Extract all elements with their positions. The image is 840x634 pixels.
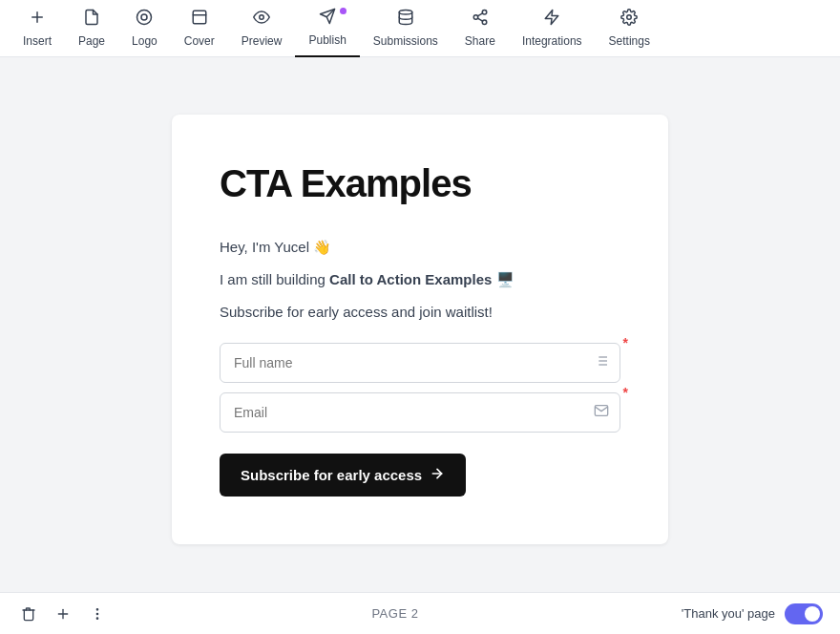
svg-marker-14 (545, 11, 558, 25)
toolbar-label-share: Share (465, 34, 495, 48)
more-button[interactable] (86, 602, 109, 625)
toolbar-label-logo: Logo (132, 34, 158, 48)
toolbar-item-settings[interactable]: Settings (596, 0, 663, 57)
page-subtitle: Subscribe for early access and join wait… (220, 301, 620, 324)
email-group: * (220, 392, 620, 433)
thank-you-label: 'Thank you' page (682, 606, 775, 621)
page-icon (83, 9, 100, 31)
toolbar-item-publish[interactable]: Publish (295, 0, 359, 57)
logo-icon (136, 9, 153, 31)
toolbar-item-submissions[interactable]: Submissions (360, 0, 452, 57)
intro-line2-bold: Call to Action Examples (329, 271, 492, 287)
svg-point-3 (141, 14, 147, 20)
submit-button-label: Subscribe for early access (241, 467, 422, 483)
email-input[interactable] (220, 392, 620, 433)
toolbar-item-insert[interactable]: Insert (10, 0, 65, 57)
svg-point-26 (96, 608, 97, 609)
toggle-slider (785, 603, 823, 624)
publish-icon (319, 8, 336, 30)
svg-point-8 (399, 11, 412, 15)
fullname-input[interactable] (220, 343, 620, 383)
toolbar-item-preview[interactable]: Preview (228, 0, 296, 57)
page-number-label: PAGE 2 (371, 606, 418, 621)
toolbar-label-page: Page (78, 34, 105, 48)
toolbar-label-preview: Preview (242, 34, 283, 48)
page-title: CTA Examples (220, 162, 620, 205)
toolbar-item-logo[interactable]: Logo (118, 0, 171, 57)
bottom-actions (17, 602, 109, 625)
thank-you-toggle-group: 'Thank you' page (682, 603, 823, 624)
toolbar-label-cover: Cover (184, 34, 215, 48)
svg-point-5 (260, 15, 264, 20)
arrow-right-icon (430, 466, 445, 484)
toolbar-label-settings: Settings (609, 34, 650, 48)
page-card: CTA Examples Hey, I'm Yucel 👋 I am still… (172, 115, 668, 544)
bottom-bar: PAGE 2 'Thank you' page (0, 592, 840, 634)
fullname-icon (594, 353, 609, 372)
svg-rect-4 (193, 11, 206, 24)
submissions-icon (397, 9, 414, 31)
cover-icon (191, 9, 208, 31)
intro-line2: I am still building Call to Action Examp… (220, 268, 620, 291)
intro-line2-prefix: I am still building (220, 271, 329, 287)
toolbar-label-submissions: Submissions (373, 34, 438, 48)
svg-point-27 (96, 618, 97, 619)
email-icon (594, 403, 609, 422)
settings-icon (620, 9, 638, 31)
svg-point-2 (137, 11, 152, 25)
toolbar-item-share[interactable]: Share (452, 0, 509, 57)
submit-button[interactable]: Subscribe for early access (220, 454, 466, 497)
toolbar: Insert Page Logo Cover Preview Publish (0, 0, 840, 57)
preview-icon (253, 9, 270, 31)
svg-point-25 (96, 613, 97, 614)
svg-line-12 (477, 18, 482, 21)
svg-line-13 (477, 13, 482, 16)
toolbar-label-integrations: Integrations (522, 34, 582, 48)
fullname-group: * (220, 343, 620, 383)
publish-dot (340, 8, 346, 14)
fullname-required: * (623, 335, 628, 350)
intro-line2-emoji: 🖥️ (496, 271, 514, 287)
svg-point-15 (627, 15, 632, 20)
content-area: CTA Examples Hey, I'm Yucel 👋 I am still… (0, 57, 840, 592)
share-icon (472, 9, 489, 31)
delete-button[interactable] (17, 602, 40, 625)
toolbar-label-publish: Publish (308, 33, 346, 47)
email-required: * (623, 385, 628, 400)
toolbar-label-insert: Insert (23, 34, 52, 48)
add-button[interactable] (52, 602, 74, 625)
thank-you-toggle[interactable] (785, 603, 823, 624)
integrations-icon (543, 9, 560, 31)
toolbar-item-page[interactable]: Page (65, 0, 118, 57)
toolbar-item-integrations[interactable]: Integrations (509, 0, 596, 57)
intro-line1: Hey, I'm Yucel 👋 (220, 236, 620, 259)
toolbar-item-cover[interactable]: Cover (171, 0, 228, 57)
plus-icon (29, 9, 46, 31)
